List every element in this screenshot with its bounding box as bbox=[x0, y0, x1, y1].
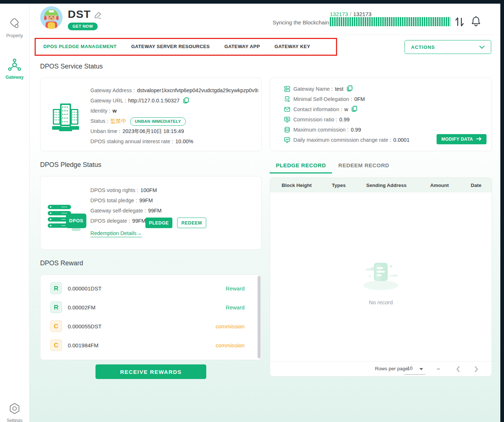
redemption-details-link[interactable]: Redemption Details→ bbox=[90, 230, 142, 237]
self-delegate-row: Gateway self-delegate :99FM bbox=[90, 206, 258, 216]
edit-title-icon[interactable] bbox=[94, 11, 102, 20]
modify-data-button[interactable]: MODIFY DATA bbox=[437, 134, 487, 144]
window-frame-right bbox=[500, 0, 504, 422]
dpos-icon-stand bbox=[72, 228, 81, 231]
maximum-commission-value: 0.99 bbox=[351, 127, 361, 133]
total-pledge-row: DPOS total pledge :99FM bbox=[90, 195, 258, 206]
minimal-self-delegation-value: 0FM bbox=[354, 96, 365, 102]
scrollbar-track[interactable] bbox=[257, 276, 261, 359]
gateway-info-card: Gateway Name :test Minimal Self-Delegati… bbox=[270, 78, 492, 151]
total-pledge-value: 99FM bbox=[139, 198, 153, 203]
sort-icon[interactable] bbox=[454, 15, 466, 29]
gateway-address-value: dstvaloper1kxcnfvtp6ep042vudctgda29cywkp… bbox=[137, 87, 258, 93]
arrow-right-icon: → bbox=[137, 230, 142, 236]
commission-badge: C bbox=[50, 320, 62, 332]
caret-down-icon bbox=[419, 368, 423, 370]
avatar[interactable] bbox=[40, 6, 63, 29]
redeem-button[interactable]: REDEEM bbox=[177, 218, 206, 228]
unban-time-row: Unban time :2023年06月10日 18:15:49 bbox=[90, 126, 258, 136]
scrollbar-thumb[interactable] bbox=[258, 276, 261, 358]
arrow-right-icon bbox=[476, 137, 482, 142]
reward-card: R 0.000001DST Reward R 0.00002FM Reward … bbox=[40, 274, 262, 360]
dpos-delegate-value: 99FM bbox=[132, 218, 146, 224]
sync-total: 132173 bbox=[353, 11, 371, 17]
daily-max-commission-change-value: 0.0001 bbox=[393, 137, 409, 143]
reward-row: R 0.00002FM Reward bbox=[50, 301, 245, 313]
tab-gateway-server-resources[interactable]: GATEWAY SERVER RESOURCES bbox=[124, 39, 217, 56]
notification-bell-icon[interactable] bbox=[471, 16, 481, 28]
identity-row: Identity :w bbox=[90, 106, 258, 116]
gateway-icon bbox=[8, 66, 22, 73]
copy-icon[interactable] bbox=[347, 85, 353, 93]
gateway-name-value: test bbox=[335, 86, 343, 92]
unban-immediately-button[interactable]: UNBAN IMMEDIATELY bbox=[130, 117, 186, 126]
tab-pledge-record[interactable]: PLEDGE RECORD bbox=[270, 158, 332, 173]
get-now-button[interactable]: GET NOW bbox=[68, 23, 98, 30]
copy-icon[interactable] bbox=[351, 106, 358, 113]
tab-gateway-app[interactable]: GATEWAY APP bbox=[217, 39, 267, 56]
header-divider bbox=[30, 35, 500, 35]
rows-per-page-value: 10 bbox=[407, 366, 413, 371]
pledge-button[interactable]: PLEDGE bbox=[145, 218, 172, 228]
column-block-height: Block Height bbox=[270, 183, 323, 188]
tab-redeem-record[interactable]: REDEEM RECORD bbox=[332, 158, 395, 173]
sidebar-item-label: Gateway bbox=[0, 75, 29, 80]
sync-current: 132173 bbox=[330, 11, 348, 17]
reward-row: C 0.001984FM commission bbox=[50, 339, 245, 351]
tab-dpos-pledge-management[interactable]: DPOS PLEDGE MANAGEMENT bbox=[36, 39, 124, 56]
status-value: 監禁中 bbox=[110, 118, 126, 124]
sidebar-item-settings[interactable]: Settings bbox=[0, 402, 29, 422]
window-frame-top bbox=[0, 0, 504, 4]
reward-amount: 0.000055DST bbox=[68, 323, 102, 329]
app-window: Property Gateway bbox=[0, 0, 504, 422]
commission-ratio-value: 0.99 bbox=[339, 117, 349, 122]
interest-rate-value: 10.00% bbox=[175, 138, 193, 144]
syncing-label: Syncing the Blockchain bbox=[273, 19, 329, 26]
service-status-heading: DPOS Service Status bbox=[40, 63, 103, 70]
records-table-header: Block Height Types Sending Address Amoun… bbox=[270, 178, 492, 192]
tab-gateway-key[interactable]: GATEWAY KEY bbox=[267, 39, 317, 56]
reward-amount: 0.001984FM bbox=[68, 342, 98, 348]
sidebar-item-property[interactable]: Property bbox=[0, 17, 29, 38]
service-status-rows: Gateway Address :dstvaloper1kxcnfvtp6ep0… bbox=[90, 85, 258, 146]
sidebar-item-label: Property bbox=[0, 33, 29, 38]
receive-rewards-button[interactable]: RECEIVE REWARDS bbox=[95, 364, 206, 379]
next-page-button[interactable] bbox=[473, 364, 479, 375]
voting-rights-row: DPOS voting rights :100FM bbox=[90, 185, 258, 195]
reward-heading: DPOS Reward bbox=[40, 259, 83, 267]
column-sending-address: Sending Address bbox=[354, 183, 418, 188]
previous-page-button[interactable] bbox=[455, 364, 461, 375]
sidebar-item-gateway[interactable]: Gateway bbox=[0, 58, 29, 80]
reward-type: commission bbox=[216, 323, 245, 329]
column-amount: Amount bbox=[418, 183, 461, 188]
reward-type: commission bbox=[216, 342, 245, 348]
status-row: Status :監禁中UNBAN IMMEDIATELY bbox=[90, 116, 258, 126]
page-range: – bbox=[437, 366, 440, 371]
commission-ratio-row: Commission ratio :0.99 bbox=[284, 114, 489, 125]
reward-badge: R bbox=[50, 301, 62, 313]
contact-information-value: w bbox=[344, 106, 348, 112]
pledge-status-card: DPOS DPOS voting rights :100FM DPOS tota… bbox=[40, 176, 262, 250]
chart-screen-icon bbox=[284, 137, 290, 143]
actions-label: ACTIONS bbox=[411, 44, 435, 50]
voting-rights-value: 100FM bbox=[140, 187, 157, 193]
actions-button[interactable]: ACTIONS bbox=[405, 40, 491, 54]
reward-amount: 0.00002FM bbox=[68, 304, 95, 310]
reward-badge: R bbox=[50, 282, 62, 294]
page-title: DST bbox=[68, 8, 91, 20]
reward-row: C 0.000055DST commission bbox=[50, 320, 245, 332]
database-icon bbox=[284, 126, 290, 133]
interest-rate-row: DPOS staking annual interest rate :10.00… bbox=[90, 136, 258, 146]
chevron-down-icon bbox=[479, 44, 485, 50]
gateway-url-value: http://127.0.0.1:50327 bbox=[128, 98, 180, 103]
pledge-status-rows: DPOS voting rights :100FM DPOS total ple… bbox=[90, 185, 258, 226]
rows-per-page-select[interactable]: 10 bbox=[404, 364, 425, 375]
property-icon bbox=[8, 25, 21, 31]
record-tabs: PLEDGE RECORD REDEEM RECORD bbox=[270, 158, 395, 173]
reward-amount: 0.000001DST bbox=[68, 285, 102, 292]
copy-icon[interactable] bbox=[183, 97, 189, 106]
main-tabs: DPOS PLEDGE MANAGEMENT GATEWAY SERVER RE… bbox=[36, 39, 317, 56]
percent-screen-icon bbox=[284, 116, 290, 123]
unban-time-value: 2023年06月10日 18:15:49 bbox=[122, 128, 184, 134]
mail-icon bbox=[284, 106, 290, 113]
